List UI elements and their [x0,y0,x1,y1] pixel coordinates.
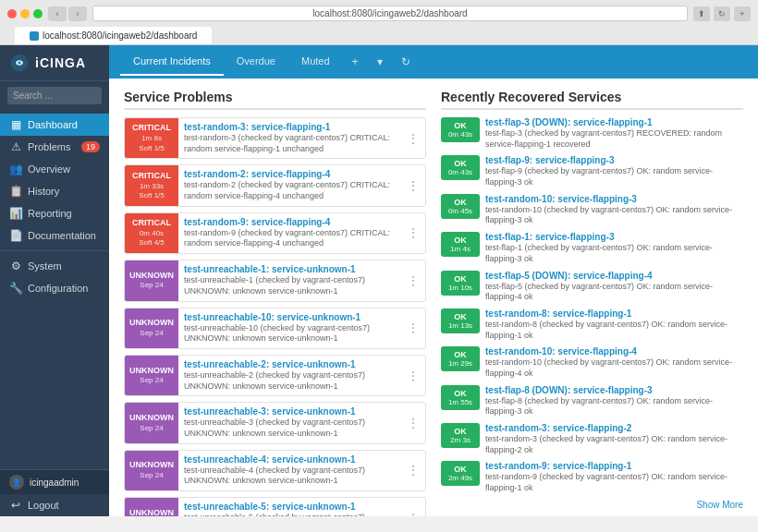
ok-badge: OK 1m 55s [441,385,480,410]
sidebar-item-logout[interactable]: ↩ Logout [0,494,109,516]
problem-action-menu[interactable]: ⋮ [401,403,425,442]
recovered-desc: test-random-10 (checked by vagrant-cento… [485,205,743,226]
ok-label: OK [454,121,467,130]
recovered-desc: test-flap-5 (checked by vagrant-centos7)… [485,282,743,303]
recovered-service-item: OK 1m 29s test-random-10: service-flappi… [441,346,743,379]
service-problem-item: UNKNOWN Sep 24 test-unreachable-1: servi… [124,260,426,301]
ok-time: 1m 4s [450,245,471,253]
recovered-content: test-random-3: service-flapping-2 test-r… [485,423,743,455]
ok-label: OK [454,350,467,359]
problem-content: test-unreachable-1: service-unknown-1 te… [178,260,401,300]
tab-muted[interactable]: Muted [288,48,343,76]
problems-badge: 19 [81,141,100,152]
status-time: Sep 24 [140,329,163,338]
service-problem-item: UNKNOWN Sep 24 test-unreachable-10: serv… [124,308,426,349]
refresh-button[interactable]: ↻ [714,6,730,21]
problem-title[interactable]: test-unreachable-2: service-unknown-1 [184,359,396,369]
share-button[interactable]: ⬆ [693,6,710,21]
recovered-title[interactable]: test-random-3: service-flapping-2 [485,423,743,433]
back-button[interactable]: ‹ [48,6,67,21]
problem-action-menu[interactable]: ⋮ [401,260,425,300]
problem-action-menu[interactable]: ⋮ [401,498,425,516]
status-label: UNKNOWN [129,271,174,282]
recovered-title[interactable]: test-flap-9: service-flapping-3 [485,155,743,165]
icinga-logo-icon [9,53,30,73]
sidebar-divider [0,250,109,251]
sidebar-item-documentation[interactable]: 📄 Documentation [0,224,109,247]
forward-button[interactable]: › [68,6,87,21]
tab-overdue[interactable]: Overdue [224,48,288,76]
service-problems-title: Service Problems [124,90,426,110]
recovered-service-item: OK 0m 43s test-flap-3 (DOWN): service-fl… [441,117,743,150]
recovered-service-item: OK 0m 45s test-random-10: service-flappi… [441,194,743,226]
problem-title[interactable]: test-unreachable-10: service-unknown-1 [184,312,396,322]
sidebar-item-reporting[interactable]: 📊 Reporting [0,202,109,224]
recovered-desc: test-random-8 (checked by vagrant-centos… [485,320,743,341]
dashboard-icon: ▦ [9,118,22,131]
problem-title[interactable]: test-unreachable-4: service-unknown-1 [184,454,396,465]
close-button[interactable] [7,9,17,18]
sidebar-nav: ▦ Dashboard ⚠ Problems 19 👥 Overview 📋 H… [0,110,109,303]
sidebar-item-label: Documentation [28,230,96,241]
address-bar[interactable]: localhost:8080/icingaweb2/dashboard [92,6,688,21]
sidebar-item-dashboard[interactable]: ▦ Dashboard [0,114,109,136]
service-problem-item: CRITICAL 0m 40s Soft 4/5 test-random-9: … [124,212,426,254]
sidebar-item-history[interactable]: 📋 History [0,180,109,202]
recovered-show-more[interactable]: Show More [441,500,743,510]
problem-action-menu[interactable]: ⋮ [401,213,425,253]
sidebar-item-label: Problems [28,141,70,152]
recovered-title[interactable]: test-random-10: service-flapping-3 [485,194,743,204]
problem-title[interactable]: test-unreachable-1: service-unknown-1 [184,264,396,274]
problem-action-menu[interactable]: ⋮ [401,165,425,205]
recovered-services-list: OK 0m 43s test-flap-3 (DOWN): service-fl… [441,117,743,494]
status-label: UNKNOWN [129,413,174,424]
problem-action-menu[interactable]: ⋮ [401,308,425,348]
recovered-desc: test-flap-1 (checked by vagrant-centos7)… [485,243,743,264]
tab-current-incidents[interactable]: Current Incidents [120,48,224,76]
sidebar-item-configuration[interactable]: 🔧 Configuration [0,277,109,299]
sidebar-item-system[interactable]: ⚙ System [0,255,109,277]
maximize-button[interactable] [33,9,43,18]
status-badge: CRITICAL 1m 33s Soft 1/5 [125,165,178,205]
sidebar-user[interactable]: 👤 icingaadmin [0,470,109,494]
ok-badge: OK 2m 3s [441,423,480,448]
problem-action-menu[interactable]: ⋮ [401,118,425,158]
ok-badge: OK 1m 13s [441,308,480,333]
dropdown-icon[interactable]: ▾ [368,48,392,76]
recovered-title[interactable]: test-flap-5 (DOWN): service-flapping-4 [485,271,743,281]
problem-action-menu[interactable]: ⋮ [401,451,425,490]
problem-title[interactable]: test-random-2: service-flapping-4 [184,169,396,179]
username-label: icingaadmin [30,478,79,488]
ok-time: 2m 49s [448,474,472,482]
status-time: 1m 8s [141,134,162,143]
browser-tab[interactable]: localhost:8080/icingaweb2/dashboard [15,27,212,44]
minimize-button[interactable] [20,9,30,18]
recovered-title[interactable]: test-random-9: service-flapping-1 [485,461,743,471]
recovered-title[interactable]: test-flap-1: service-flapping-3 [485,232,743,242]
problem-title[interactable]: test-unreachable-3: service-unknown-1 [184,406,396,417]
ok-time: 1m 55s [448,398,472,406]
sidebar-item-label: System [28,260,62,272]
problem-action-menu[interactable]: ⋮ [401,356,425,395]
recovered-service-item: OK 2m 49s test-random-9: service-flappin… [441,461,743,493]
sidebar-search-container [0,81,109,110]
search-input[interactable] [7,87,102,104]
sidebar-item-overview[interactable]: 👥 Overview [0,158,109,180]
ok-label: OK [454,236,467,245]
status-time: Sep 24 [140,471,163,480]
recovered-title[interactable]: test-flap-8 (DOWN): service-flapping-3 [485,385,743,395]
recovered-title[interactable]: test-random-10: service-flapping-4 [485,346,743,357]
problem-title[interactable]: test-random-9: service-flapping-4 [184,217,396,227]
problem-title[interactable]: test-random-3: service-flapping-1 [184,122,396,132]
add-tab-button[interactable]: + [734,6,751,21]
add-tab-icon[interactable]: + [343,48,368,76]
ok-label: OK [454,198,467,207]
status-label: UNKNOWN [129,508,174,516]
problem-title[interactable]: test-unreachable-5: service-unknown-1 [184,502,396,512]
recovered-desc: test-flap-3 (checked by vagrant-centos7)… [485,128,743,150]
recovered-title[interactable]: test-flap-3 (DOWN): service-flapping-1 [485,117,743,127]
problems-icon: ⚠ [9,140,22,153]
recovered-title[interactable]: test-random-8: service-flapping-1 [485,308,743,319]
refresh-nav-icon[interactable]: ↻ [392,48,420,76]
sidebar-item-problems[interactable]: ⚠ Problems 19 [0,136,109,158]
